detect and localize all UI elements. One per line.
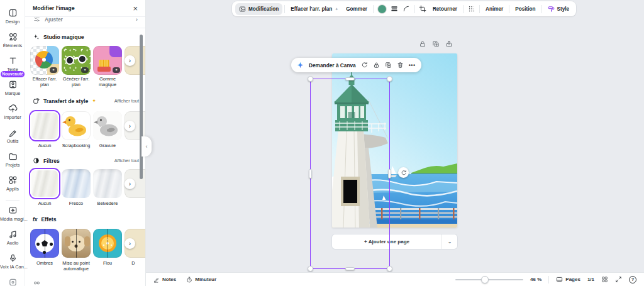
trash-icon[interactable] <box>397 62 404 69</box>
pro-badge-icon: ✦ <box>50 67 57 73</box>
card-label: Effacer l'arr. plan <box>28 76 62 88</box>
panel-scrollbar-thumb[interactable] <box>140 35 143 179</box>
remove-background-button[interactable]: Effacer l'arr. plan ✦ <box>287 3 342 15</box>
fullscreen-button[interactable] <box>615 276 622 283</box>
curve-icon <box>402 5 410 13</box>
card-label: Fresco <box>59 201 93 206</box>
replace-image-badge[interactable] <box>398 167 409 178</box>
sidebar-item-brand[interactable]: Marque <box>0 80 25 96</box>
grid-view-button[interactable] <box>601 276 608 283</box>
scroll-next-button[interactable]: › <box>125 238 135 249</box>
more-options-icon[interactable]: ••• <box>409 63 416 67</box>
position-button[interactable]: Position <box>511 3 539 15</box>
sidebar-item-ai-voice[interactable]: Voix IA Can... <box>0 253 25 270</box>
adjust-label: Ajuster <box>45 18 63 23</box>
ai-sparkle-icon[interactable] <box>297 62 304 69</box>
pages-icon <box>556 276 563 283</box>
copy-style-button[interactable]: Style <box>544 3 574 15</box>
card-effect-autofocus[interactable] <box>62 229 91 258</box>
card-generate-background[interactable]: ✦ <box>62 46 91 75</box>
close-icon[interactable]: × <box>133 4 138 13</box>
erase-button[interactable]: Gommer <box>342 3 371 15</box>
adjust-row[interactable]: Ajuster › <box>25 18 145 27</box>
panel-collapse-handle[interactable]: ‹ <box>142 136 152 157</box>
card-effect-blur[interactable] <box>93 229 122 258</box>
sidebar-item-label: Marque <box>0 91 25 96</box>
sidebar-item-text[interactable]: Texte <box>0 56 25 72</box>
selection-handle-top-left[interactable] <box>308 76 313 82</box>
position-label: Position <box>515 6 535 12</box>
card-label: Gravure <box>91 143 125 148</box>
sidebar-item-magic-media[interactable]: Média magi... <box>0 206 25 222</box>
sidebar-item-projects[interactable]: Projets <box>0 151 25 168</box>
sidebar-item-upload[interactable]: Importer <box>0 104 25 120</box>
modification-button[interactable]: Modification <box>235 3 282 15</box>
sidebar-item-apps[interactable]: Applis <box>0 175 25 192</box>
transparency-button[interactable] <box>465 3 477 15</box>
sidebar-item-tools[interactable]: Outils <box>0 128 25 144</box>
sidebar-item-label: Outils <box>0 138 25 144</box>
show-all-link[interactable]: Afficher tout <box>114 98 139 104</box>
design-icon <box>8 8 18 18</box>
selection-handle-bottom-left[interactable] <box>308 266 313 272</box>
scroll-next-button[interactable]: › <box>125 179 135 189</box>
share-page-icon[interactable] <box>445 40 453 48</box>
card-filter-belvedere[interactable] <box>93 169 122 198</box>
replace-icon[interactable] <box>361 62 368 69</box>
show-all-link[interactable]: Afficher tout <box>114 158 139 163</box>
zoom-slider-thumb[interactable] <box>481 276 489 283</box>
sidebar-item-design[interactable]: Design <box>0 8 25 25</box>
help-button[interactable]: ? <box>629 276 636 283</box>
before-after-divider <box>108 229 108 258</box>
stroke-weight-button[interactable] <box>389 3 401 15</box>
card-remove-background[interactable]: ✦ <box>30 46 59 75</box>
add-page-button[interactable]: + Ajouter une page ⌄ <box>332 234 457 249</box>
flip-button[interactable]: Retourner <box>429 3 461 15</box>
color-swatch-button[interactable] <box>378 5 386 13</box>
lock-icon[interactable] <box>373 62 380 69</box>
card-gravure[interactable] <box>93 111 122 140</box>
apps-grid-icon <box>8 175 18 185</box>
timer-button[interactable]: Minuteur <box>186 277 216 283</box>
animate-button[interactable]: Animer <box>482 3 507 15</box>
duplicate-page-icon[interactable] <box>432 40 440 48</box>
notes-button[interactable]: Notes <box>153 277 176 283</box>
selection-handle-top[interactable] <box>345 77 355 80</box>
style-transfer-icon <box>33 97 40 104</box>
card-filter-fresco[interactable] <box>62 169 91 198</box>
unlock-icon[interactable] <box>419 40 426 48</box>
card-scrapbooking[interactable] <box>62 111 91 140</box>
scroll-next-button[interactable]: › <box>125 55 135 66</box>
card-effect-shadows[interactable] <box>30 229 59 258</box>
sidebar-item-audio[interactable]: Audio <box>0 229 25 246</box>
ask-canva-button[interactable]: Demander à Canva <box>309 62 356 69</box>
card-magic-eraser[interactable]: ✦ <box>93 46 122 75</box>
sidebar-item-label: Voix IA Can... <box>0 264 25 270</box>
partial-app-icon <box>8 278 18 286</box>
selection-handle-bottom-right[interactable] <box>387 266 392 272</box>
crop-button[interactable] <box>417 3 429 15</box>
pages-button[interactable]: Pages <box>556 276 580 283</box>
zoom-slider-track[interactable] <box>455 279 523 281</box>
selection-handle-right[interactable] <box>388 169 391 179</box>
remove-background-label: Effacer l'arr. plan <box>291 6 332 12</box>
zoom-slider[interactable] <box>455 276 523 283</box>
scroll-next-button[interactable]: › <box>125 121 135 131</box>
selection-handle-bottom[interactable] <box>345 267 355 270</box>
line-curve-button[interactable] <box>401 3 413 15</box>
selection-handle-top-right[interactable] <box>387 76 392 82</box>
sidebar-item-elements[interactable]: Éléments <box>0 32 25 48</box>
toolbar-separator <box>541 5 542 13</box>
elements-icon <box>8 32 18 41</box>
next-section-partial <box>33 281 40 286</box>
tools-pencil-icon <box>8 128 18 137</box>
selection-handle-left[interactable] <box>309 169 312 179</box>
panel-divider <box>25 28 145 28</box>
card-style-none[interactable] <box>30 111 59 140</box>
sidebar-item-partial[interactable] <box>0 278 25 286</box>
panel-header: Modifier l'image × <box>25 0 145 17</box>
add-page-dropdown[interactable]: ⌄ <box>441 234 457 249</box>
duplicate-icon[interactable] <box>385 62 392 69</box>
sidebar-item-label: Importer <box>0 114 25 120</box>
card-filter-none[interactable] <box>30 169 59 198</box>
